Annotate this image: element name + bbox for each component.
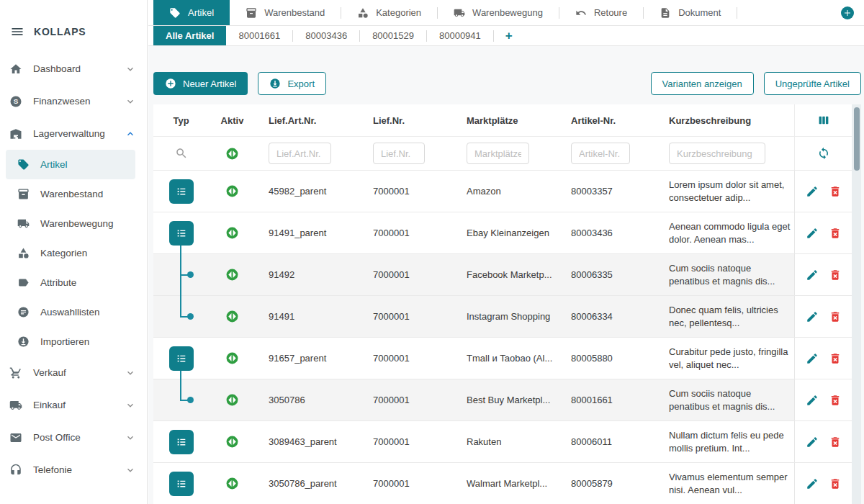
column-header-typ[interactable]: Typ bbox=[153, 104, 209, 136]
box-icon bbox=[17, 188, 30, 200]
article-list-icon[interactable] bbox=[169, 430, 194, 454]
sidebar-item-einkauf[interactable]: Einkauf bbox=[0, 389, 147, 421]
lief-nr-cell: 7000001 bbox=[360, 212, 454, 253]
edit-icon[interactable] bbox=[806, 394, 819, 407]
column-header-artikel-nr[interactable]: Artikel-Nr. bbox=[558, 104, 659, 136]
finance-icon: S bbox=[9, 95, 22, 108]
sidebar-item-kategorien[interactable]: Kategorien bbox=[6, 238, 135, 268]
unchecked-articles-button[interactable]: Ungeprüfte Artikel bbox=[764, 72, 861, 95]
add-tab-button[interactable] bbox=[841, 6, 854, 19]
scrollbar-thumb[interactable] bbox=[854, 107, 860, 171]
column-header-lief-art-nr[interactable]: Lief.Art.Nr. bbox=[256, 104, 360, 136]
edit-icon[interactable] bbox=[806, 269, 819, 282]
article-list-icon[interactable] bbox=[169, 472, 194, 496]
kurzbeschreibung-cell: Vivamus elementum semper nisi. Aenean vu… bbox=[659, 463, 794, 504]
sidebar-item-post-office[interactable]: Post Office bbox=[0, 421, 147, 454]
sidebar-item-dashboard[interactable]: Dashboard bbox=[0, 53, 147, 85]
subtab-alle-artikel[interactable]: Alle Artikel bbox=[153, 26, 226, 45]
article-list-icon[interactable] bbox=[169, 221, 194, 246]
column-header-kurzbeschreibung[interactable]: Kurzbeschreibung bbox=[659, 104, 794, 136]
sidebar-item-warenbestand[interactable]: Warenbestand bbox=[6, 179, 135, 209]
sidebar-item-telefonie[interactable]: Telefonie bbox=[0, 454, 147, 486]
lief-nr-cell: 7000001 bbox=[360, 379, 454, 420]
truck-icon bbox=[17, 217, 30, 230]
active-status-icon bbox=[225, 310, 239, 323]
column-header-aktiv[interactable]: Aktiv bbox=[209, 104, 256, 136]
type-cell bbox=[153, 254, 209, 295]
subtab-80001661[interactable]: 80001661 bbox=[226, 26, 292, 45]
svg-text:S: S bbox=[14, 97, 19, 105]
filter-artikel-nr-input[interactable] bbox=[571, 143, 630, 164]
active-cell bbox=[209, 338, 256, 379]
filter-marktplaetze-input[interactable] bbox=[467, 143, 529, 164]
article-list-icon[interactable] bbox=[169, 346, 194, 371]
filter-lief-nr-input[interactable] bbox=[373, 143, 425, 164]
tree-connector-dot bbox=[187, 397, 194, 403]
column-header-lief-nr[interactable]: Lief.Nr. bbox=[360, 104, 454, 136]
sidebar-item-importieren[interactable]: Importieren bbox=[6, 327, 135, 356]
lief-nr-cell: 7000001 bbox=[360, 463, 454, 504]
delete-forever-icon[interactable] bbox=[829, 227, 842, 240]
edit-icon[interactable] bbox=[806, 477, 819, 490]
edit-icon[interactable] bbox=[806, 310, 819, 323]
delete-forever-icon[interactable] bbox=[829, 436, 842, 449]
sidebar-item-verkauf[interactable]: Verkauf bbox=[0, 356, 147, 389]
delete-forever-icon[interactable] bbox=[829, 352, 842, 365]
hamburger-icon[interactable] bbox=[10, 24, 24, 39]
tab-retoure[interactable]: Retoure bbox=[559, 0, 643, 25]
show-variants-button[interactable]: Varianten anzeigen bbox=[651, 72, 754, 95]
article-subtabbar: Alle Artikel 80001661 80003436 80001529 … bbox=[148, 26, 864, 46]
active-cell bbox=[209, 379, 256, 420]
tab-artikel[interactable]: Artikel bbox=[153, 0, 230, 25]
sidebar-item-artikel[interactable]: Artikel bbox=[6, 150, 135, 179]
edit-icon[interactable] bbox=[806, 436, 819, 449]
edit-icon[interactable] bbox=[806, 227, 819, 240]
active-cell bbox=[209, 254, 256, 295]
edit-icon[interactable] bbox=[806, 352, 819, 365]
delete-forever-icon[interactable] bbox=[829, 310, 842, 323]
sidebar-item-attribute[interactable]: Attribute bbox=[6, 268, 135, 297]
column-settings-cell bbox=[794, 104, 852, 136]
artikel-nr-cell: 80005880 bbox=[558, 338, 659, 379]
tab-divider bbox=[737, 7, 737, 19]
chevron-down-icon bbox=[125, 465, 135, 475]
edit-icon[interactable] bbox=[806, 185, 819, 198]
active-status-icon[interactable] bbox=[225, 147, 239, 161]
tab-warenbewegung[interactable]: Warenbewegung bbox=[438, 0, 559, 25]
row-actions-cell bbox=[794, 463, 852, 504]
tab-kategorien[interactable]: Kategorien bbox=[341, 0, 437, 25]
subtab-80003436[interactable]: 80003436 bbox=[293, 26, 359, 45]
column-header-marktplaetze[interactable]: Marktplätze bbox=[454, 104, 558, 136]
search-icon[interactable] bbox=[175, 147, 188, 160]
type-cell bbox=[153, 379, 209, 420]
main-area: Artikel Warenbestand Kategorien Warenbew… bbox=[148, 0, 864, 504]
tab-dokument[interactable]: Dokument bbox=[644, 0, 737, 25]
columns-icon[interactable] bbox=[817, 114, 830, 127]
sidebar-item-lagerverwaltung[interactable]: Lagerverwaltung bbox=[0, 117, 147, 150]
delete-forever-icon[interactable] bbox=[829, 185, 842, 198]
add-subtab-button[interactable]: + bbox=[494, 26, 524, 45]
subtab-80001529[interactable]: 80001529 bbox=[360, 26, 426, 45]
delete-forever-icon[interactable] bbox=[829, 269, 842, 282]
article-list-icon[interactable] bbox=[169, 179, 194, 204]
subtab-80000941[interactable]: 80000941 bbox=[427, 26, 493, 45]
tab-warenbestand[interactable]: Warenbestand bbox=[230, 0, 341, 25]
filter-kurzbeschreibung-input[interactable] bbox=[669, 143, 765, 164]
refresh-icon[interactable] bbox=[817, 147, 830, 160]
new-article-button[interactable]: Neuer Artikel bbox=[153, 72, 248, 95]
row-actions-cell bbox=[794, 338, 852, 379]
truck-icon bbox=[454, 7, 465, 19]
table-row: 3089463_parent 7000001 Rakuten 80006011 … bbox=[153, 421, 852, 463]
delete-forever-icon[interactable] bbox=[829, 394, 842, 407]
sidebar-item-auswahllisten[interactable]: Auswahllisten bbox=[6, 297, 135, 327]
type-cell bbox=[153, 171, 209, 212]
export-button[interactable]: Export bbox=[258, 72, 326, 95]
delete-forever-icon[interactable] bbox=[829, 477, 842, 490]
sidebar-item-finanzwesen[interactable]: S Finanzwesen bbox=[0, 85, 147, 117]
active-status-icon bbox=[225, 393, 239, 407]
box-icon bbox=[246, 7, 257, 19]
sidebar-item-warenbewegung[interactable]: Warenbewegung bbox=[6, 209, 135, 238]
type-cell bbox=[153, 212, 209, 253]
lief-nr-cell: 7000001 bbox=[360, 296, 454, 337]
filter-lief-art-nr-input[interactable] bbox=[269, 143, 331, 164]
